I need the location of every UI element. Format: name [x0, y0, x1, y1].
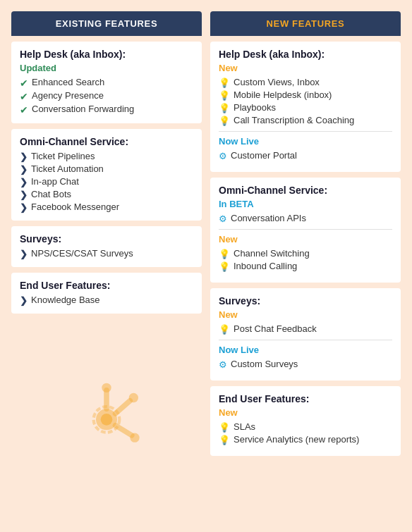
list-item: ❯Knowledge Base	[20, 294, 193, 307]
list-item: ❯Ticket Pipelines	[20, 150, 193, 163]
bulb-icon: 💡	[219, 90, 230, 101]
arrow-icon: ❯	[20, 151, 28, 162]
new-features-header: NEW FEATURES	[210, 11, 401, 36]
existing-omni-title: Omni-Channel Service:	[20, 136, 193, 147]
arrow-icon: ❯	[20, 202, 28, 213]
svg-point-5	[129, 393, 138, 402]
new-helpdesk-card: Help Desk (aka Inbox): New 💡Custom Views…	[210, 42, 401, 172]
list-item: ⚙Conversation APIs	[219, 212, 392, 225]
arrow-icon: ❯	[20, 295, 28, 306]
new-enduser-title: End User Features:	[219, 393, 392, 404]
new-omni-new-section: New 💡Channel Switching 💡Inbound Calling	[219, 234, 392, 273]
new-helpdesk-title: Help Desk (aka Inbox):	[219, 49, 392, 60]
existing-helpdesk-features: ✔Enhanced Search ✔Agency Presence ✔Conve…	[20, 76, 193, 116]
existing-omni-features: ❯Ticket Pipelines ❯Ticket Automation ❯In…	[20, 150, 193, 214]
new-helpdesk-nowlive-status: Now Live	[219, 136, 392, 147]
svg-point-1	[101, 414, 113, 426]
bulb-icon: 💡	[219, 435, 230, 445]
existing-enduser-features: ❯Knowledge Base	[20, 294, 193, 307]
new-features-column: NEW FEATURES Help Desk (aka Inbox): New …	[210, 11, 401, 456]
divider	[219, 229, 392, 230]
check-icon: ✔	[20, 104, 28, 116]
eye-icon: ⚙	[219, 359, 227, 370]
new-omni-card: Omni-Channel Service: In BETA ⚙Conversat…	[210, 178, 401, 283]
bulb-icon: 💡	[219, 103, 230, 113]
list-item: 💡SLAs	[219, 421, 392, 433]
bulb-icon: 💡	[219, 78, 230, 88]
arrow-icon: ❯	[20, 177, 28, 187]
new-helpdesk-nowlive-features: ⚙Customer Portal	[219, 149, 392, 162]
list-item: 💡Service Analytics (new reports)	[219, 433, 392, 446]
new-helpdesk-nowlive-section: Now Live ⚙Customer Portal	[219, 136, 392, 162]
new-omni-beta-status: In BETA	[219, 199, 392, 209]
new-surveys-title: Surveys:	[219, 295, 392, 307]
new-surveys-new-status: New	[219, 309, 392, 320]
eye-icon: ⚙	[219, 151, 227, 161]
hubspot-logo	[11, 364, 202, 456]
list-item: 💡Inbound Calling	[219, 260, 392, 273]
arrow-icon: ❯	[20, 164, 28, 175]
main-container: EXISTING FEATURES Help Desk (aka Inbox):…	[11, 11, 401, 456]
svg-point-7	[130, 433, 139, 443]
new-surveys-new-section: New 💡Post Chat Feedback	[219, 309, 392, 335]
list-item: ✔Enhanced Search	[20, 76, 193, 89]
list-item: 💡Custom Views, Inbox	[219, 76, 392, 89]
existing-surveys-title: Surveys:	[20, 233, 193, 245]
new-helpdesk-status: New	[219, 63, 392, 73]
list-item: 💡Post Chat Feedback	[219, 323, 392, 335]
divider	[219, 340, 392, 340]
new-surveys-nowlive-features: ⚙Custom Surveys	[219, 358, 392, 371]
new-surveys-new-features: 💡Post Chat Feedback	[219, 323, 392, 335]
list-item: ⚙Custom Surveys	[219, 358, 392, 371]
check-icon: ✔	[20, 91, 28, 102]
list-item: ❯Chat Bots	[20, 188, 193, 201]
list-item: ❯Ticket Automation	[20, 163, 193, 175]
bulb-icon: 💡	[219, 422, 230, 433]
divider	[219, 131, 392, 132]
new-omni-new-status: New	[219, 234, 392, 245]
list-item: ❯Facebook Messenger	[20, 201, 193, 214]
arrow-icon: ❯	[20, 249, 28, 259]
existing-enduser-title: End User Features:	[20, 280, 193, 291]
existing-omni-card: Omni-Channel Service: ❯Ticket Pipelines …	[11, 129, 202, 221]
bulb-icon: 💡	[219, 116, 230, 126]
new-helpdesk-new-section: New 💡Custom Views, Inbox 💡Mobile Helpdes…	[219, 63, 392, 127]
new-omni-beta-section: In BETA ⚙Conversation APIs	[219, 199, 392, 225]
arrow-icon: ❯	[20, 190, 28, 200]
new-enduser-new-features: 💡SLAs 💡Service Analytics (new reports)	[219, 421, 392, 446]
existing-surveys-features: ❯NPS/CES/CSAT Surveys	[20, 247, 193, 260]
new-enduser-new-section: New 💡SLAs 💡Service Analytics (new report…	[219, 407, 392, 446]
new-omni-beta-features: ⚙Conversation APIs	[219, 212, 392, 225]
bulb-icon: 💡	[219, 324, 230, 335]
existing-features-column: EXISTING FEATURES Help Desk (aka Inbox):…	[11, 11, 202, 456]
existing-helpdesk-card: Help Desk (aka Inbox): Updated ✔Enhanced…	[11, 42, 202, 123]
list-item: ✔Conversation Forwarding	[20, 103, 193, 116]
list-item: 💡Mobile Helpdesk (inbox)	[219, 89, 392, 101]
check-icon: ✔	[20, 78, 28, 89]
list-item: ❯NPS/CES/CSAT Surveys	[20, 247, 193, 260]
list-item: ✔Agency Presence	[20, 89, 193, 103]
list-item: ❯In-app Chat	[20, 175, 193, 188]
existing-helpdesk-status: Updated	[20, 63, 193, 73]
hubspot-logo-svg	[71, 378, 142, 449]
new-enduser-card: End User Features: New 💡SLAs 💡Service An…	[210, 386, 401, 456]
list-item: ⚙Customer Portal	[219, 149, 392, 162]
new-surveys-nowlive-status: Now Live	[219, 345, 392, 355]
existing-surveys-card: Surveys: ❯NPS/CES/CSAT Surveys	[11, 226, 202, 267]
new-helpdesk-new-features: 💡Custom Views, Inbox 💡Mobile Helpdesk (i…	[219, 76, 392, 127]
existing-helpdesk-title: Help Desk (aka Inbox):	[20, 49, 193, 60]
new-surveys-card: Surveys: New 💡Post Chat Feedback Now Liv…	[210, 288, 401, 381]
new-omni-new-features: 💡Channel Switching 💡Inbound Calling	[219, 247, 392, 273]
new-surveys-nowlive-section: Now Live ⚙Custom Surveys	[219, 345, 392, 371]
existing-features-header: EXISTING FEATURES	[11, 11, 202, 36]
bulb-icon: 💡	[219, 249, 230, 259]
bulb-icon: 💡	[219, 261, 230, 272]
list-item: 💡Call Transcription & Coaching	[219, 114, 392, 127]
new-enduser-new-status: New	[219, 407, 392, 418]
list-item: 💡Playbooks	[219, 101, 392, 114]
svg-point-3	[102, 383, 111, 392]
existing-enduser-card: End User Features: ❯Knowledge Base	[11, 273, 202, 314]
new-omni-title: Omni-Channel Service:	[219, 185, 392, 196]
gear-icon: ⚙	[219, 214, 227, 224]
list-item: 💡Channel Switching	[219, 247, 392, 260]
